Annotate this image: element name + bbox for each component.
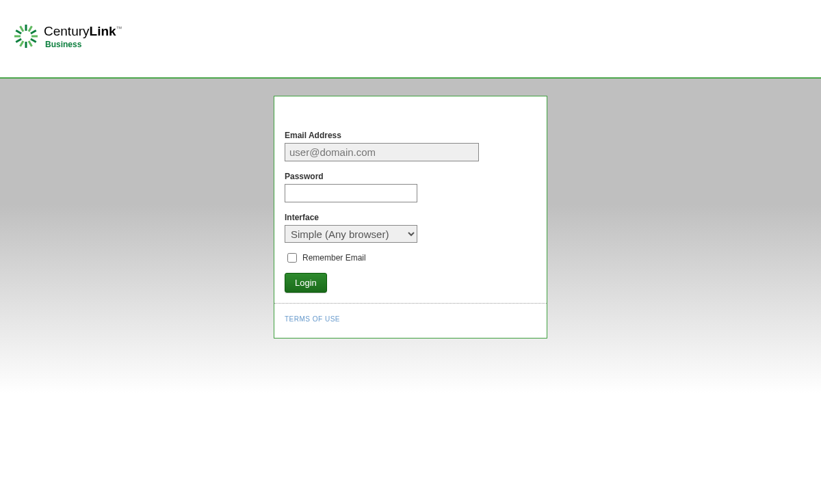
remember-checkbox[interactable] (287, 253, 297, 263)
brand-name-part2: Link (90, 24, 116, 38)
header: CenturyLink™ Business (0, 0, 821, 79)
svg-rect-5 (28, 40, 33, 47)
login-button[interactable]: Login (285, 273, 327, 293)
logo: CenturyLink™ Business (14, 24, 821, 49)
svg-rect-10 (16, 29, 22, 34)
interface-label: Interface (285, 213, 536, 222)
password-field-group: Password (285, 172, 536, 202)
login-box: Email Address Password Interface Simple … (274, 96, 547, 339)
password-label: Password (285, 172, 536, 181)
interface-select[interactable]: Simple (Any browser) (285, 225, 417, 243)
svg-rect-7 (19, 40, 24, 47)
svg-rect-4 (30, 38, 36, 43)
login-form: Email Address Password Interface Simple … (274, 96, 547, 303)
remember-label: Remember Email (302, 253, 366, 263)
brand-subtitle: Business (45, 40, 122, 49)
terms-link[interactable]: TERMS OF USE (285, 315, 340, 323)
interface-field-group: Interface Simple (Any browser) (285, 213, 536, 243)
svg-rect-2 (30, 29, 36, 34)
email-input[interactable] (285, 143, 479, 161)
svg-rect-1 (28, 26, 33, 32)
password-input[interactable] (285, 184, 417, 202)
email-label: Email Address (285, 131, 536, 140)
content-area: Email Address Password Interface Simple … (0, 79, 821, 393)
brand-name: CenturyLink™ (44, 25, 122, 38)
svg-rect-3 (31, 36, 38, 38)
brand-tm: ™ (116, 25, 122, 31)
svg-rect-11 (19, 26, 24, 32)
svg-rect-9 (14, 36, 21, 38)
brand-name-part1: Century (44, 24, 90, 38)
svg-rect-8 (16, 38, 22, 43)
brand-text: CenturyLink™ Business (44, 25, 122, 49)
logo-mark-icon (14, 24, 38, 49)
remember-row: Remember Email (287, 253, 536, 263)
email-field-group: Email Address (285, 131, 536, 161)
login-footer: TERMS OF USE (274, 303, 547, 338)
svg-rect-0 (25, 25, 27, 31)
svg-rect-6 (25, 42, 27, 48)
